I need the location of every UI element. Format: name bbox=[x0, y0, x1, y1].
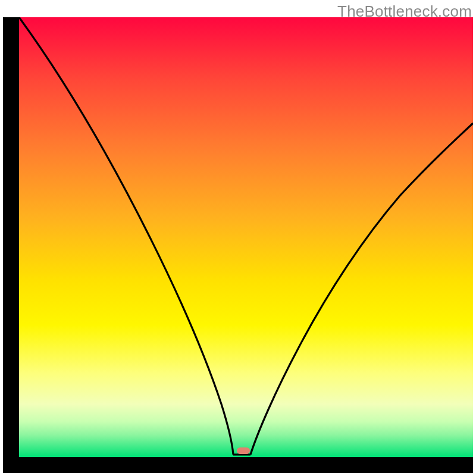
curve-right-branch bbox=[250, 123, 473, 455]
bottleneck-marker bbox=[237, 447, 250, 454]
curve-layer bbox=[19, 17, 473, 457]
bottleneck-curve bbox=[19, 17, 473, 455]
plot-frame bbox=[3, 17, 473, 473]
curve-left-branch bbox=[19, 17, 233, 455]
chart-wrap: TheBottleneck.com bbox=[0, 0, 476, 476]
plot-area bbox=[19, 17, 473, 457]
